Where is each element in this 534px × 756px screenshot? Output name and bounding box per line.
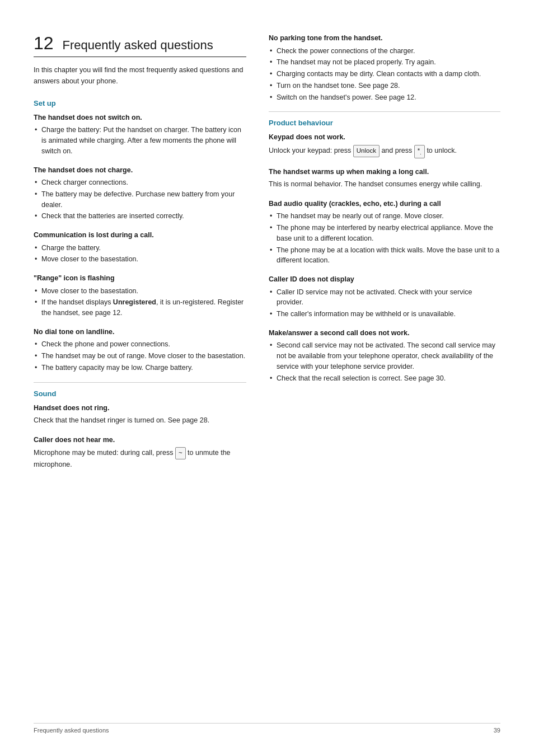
right-column: No parking tone from the handset. Check … bbox=[269, 34, 500, 706]
chapter-header: 12 Frequently asked questions bbox=[34, 34, 246, 53]
faq-answer: Check that the handset ringer is turned … bbox=[34, 415, 246, 426]
list-item: Check the power connections of the charg… bbox=[269, 46, 500, 57]
faq-question: The handset does not switch on. bbox=[34, 113, 246, 123]
footer-left-text: Frequently asked questions bbox=[34, 727, 109, 734]
list-item: The caller's information may be withheld… bbox=[269, 309, 500, 320]
product-behaviour-divider bbox=[269, 111, 500, 112]
list-item: Turn on the handset tone. See page 28. bbox=[269, 81, 500, 91]
faq-item: The handset does not switch on. Charge t… bbox=[34, 113, 246, 157]
intro-text: In this chapter you will find the most f… bbox=[34, 65, 246, 87]
list-item: Check the phone and power connections. bbox=[34, 339, 246, 350]
faq-question: Communication is lost during a call. bbox=[34, 231, 246, 241]
unlock-button: Unlock bbox=[353, 145, 380, 157]
product-behaviour-heading: Product behaviour bbox=[269, 119, 500, 127]
list-item: The handset may be nearly out of range. … bbox=[269, 211, 500, 222]
faq-question: Make/answer a second call does not work. bbox=[269, 328, 500, 339]
sound-divider bbox=[34, 382, 246, 383]
faq-question: Keypad does not work. bbox=[269, 133, 500, 143]
mute-key: ~ bbox=[175, 447, 186, 459]
faq-answer: This is normal behavior. The handset con… bbox=[269, 179, 500, 190]
chapter-divider bbox=[34, 57, 246, 57]
faq-answer: Move closer to the basestation. If the h… bbox=[34, 286, 246, 318]
list-item: Move closer to the basestation. bbox=[34, 254, 246, 265]
list-item: Charge the battery. bbox=[34, 243, 246, 253]
faq-question: Caller ID does not display bbox=[269, 275, 500, 285]
faq-item: The handset does not charge. Check charg… bbox=[34, 166, 246, 222]
faq-answer: Check charger connections. The battery m… bbox=[34, 177, 246, 222]
faq-answer: Caller ID service may not be activated. … bbox=[269, 287, 500, 320]
list-item: Charge the battery: Put the handset on c… bbox=[34, 125, 246, 156]
faq-item: The handset warms up when making a long … bbox=[269, 167, 500, 190]
faq-item: No dial tone on landline. Check the phon… bbox=[34, 327, 246, 373]
list-item: The battery capacity may be low. Charge … bbox=[34, 363, 246, 373]
faq-answer: Check the phone and power connections. T… bbox=[34, 339, 246, 373]
list-item: The phone may be at a location with thic… bbox=[269, 245, 500, 266]
faq-item: Make/answer a second call does not work.… bbox=[269, 328, 500, 384]
page: 12 Frequently asked questions In this ch… bbox=[0, 0, 534, 756]
footer-page-number: 39 bbox=[494, 727, 500, 734]
faq-question: Caller does not hear me. bbox=[34, 435, 246, 445]
faq-answer: Charge the battery: Put the handset on c… bbox=[34, 125, 246, 156]
faq-item: Bad audio quality (crackles, echo, etc.)… bbox=[269, 199, 500, 266]
faq-question: No dial tone on landline. bbox=[34, 327, 246, 337]
list-item: If the handset displays Unregistered, it… bbox=[34, 297, 246, 318]
list-item: Second call service may not be activated… bbox=[269, 340, 500, 372]
faq-item: Communication is lost during a call. Cha… bbox=[34, 231, 246, 265]
list-item: Switch on the handset's power. See page … bbox=[269, 92, 500, 103]
list-item: Check that the batteries are inserted co… bbox=[34, 211, 246, 222]
faq-item: Keypad does not work. Unlock your keypad… bbox=[269, 133, 500, 158]
list-item: The phone may be interfered by nearby el… bbox=[269, 223, 500, 244]
faq-question: The handset does not charge. bbox=[34, 166, 246, 176]
list-item: The handset may be out of range. Move cl… bbox=[34, 351, 246, 361]
faq-answer: The handset may be nearly out of range. … bbox=[269, 211, 500, 266]
list-item: The battery may be defective. Purchase n… bbox=[34, 189, 246, 210]
list-item: Move closer to the basestation. bbox=[34, 286, 246, 297]
list-item: Check charger connections. bbox=[34, 177, 246, 188]
faq-question: Handset does not ring. bbox=[34, 403, 246, 414]
list-item: Caller ID service may not be activated. … bbox=[269, 287, 500, 308]
chapter-title: Frequently asked questions bbox=[63, 38, 213, 53]
faq-question: No parking tone from the handset. bbox=[269, 34, 500, 44]
list-item: Check that the recall selection is corre… bbox=[269, 373, 500, 384]
faq-item: No parking tone from the handset. Check … bbox=[269, 34, 500, 102]
setup-section-heading: Set up bbox=[34, 99, 246, 107]
faq-answer: Check the power connections of the charg… bbox=[269, 46, 500, 103]
faq-question: The handset warms up when making a long … bbox=[269, 167, 500, 177]
footer: Frequently asked questions 39 bbox=[34, 723, 500, 734]
faq-answer: Charge the battery. Move closer to the b… bbox=[34, 243, 246, 265]
sound-section-heading: Sound bbox=[34, 389, 246, 398]
faq-question: Bad audio quality (crackles, echo, etc.)… bbox=[269, 199, 500, 209]
faq-question: "Range" icon is flashing bbox=[34, 274, 246, 284]
chapter-number: 12 bbox=[34, 34, 54, 53]
faq-item: Handset does not ring. Check that the ha… bbox=[34, 403, 246, 426]
star-key: *. bbox=[414, 145, 425, 158]
faq-answer: Second call service may not be activated… bbox=[269, 340, 500, 383]
faq-answer: Unlock your keypad: press Unlock and pre… bbox=[269, 145, 500, 158]
list-item: Charging contacts may be dirty. Clean co… bbox=[269, 69, 500, 79]
faq-item: "Range" icon is flashing Move closer to … bbox=[34, 274, 246, 318]
faq-item: Caller does not hear me. Microphone may … bbox=[34, 435, 246, 471]
left-column: 12 Frequently asked questions In this ch… bbox=[34, 34, 246, 706]
main-content: 12 Frequently asked questions In this ch… bbox=[34, 34, 500, 706]
list-item: The handset may not be placed properly. … bbox=[269, 57, 500, 68]
faq-item: Caller ID does not display Caller ID ser… bbox=[269, 275, 500, 320]
faq-answer: Microphone may be muted: during call, pr… bbox=[34, 447, 246, 470]
